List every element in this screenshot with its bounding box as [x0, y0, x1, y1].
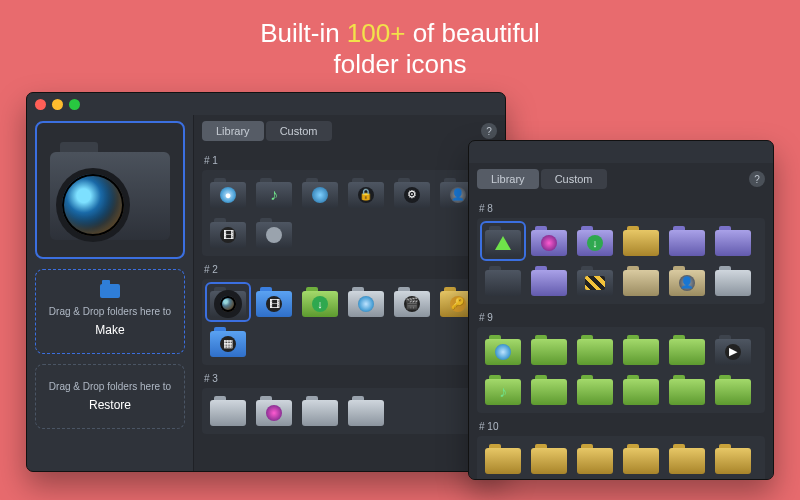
- tab-bar: Library Custom ?: [194, 115, 505, 147]
- icon-section: # 3: [202, 369, 497, 434]
- film-icon: 🎞: [266, 296, 282, 312]
- folder-icon-item[interactable]: [667, 442, 707, 476]
- folder-icon-item[interactable]: [575, 442, 615, 476]
- globe-icon: [312, 187, 328, 203]
- icon-section: # 9▶♪: [477, 308, 765, 413]
- section-header: # 1: [202, 151, 497, 170]
- icon-grid: [202, 388, 497, 434]
- icon-section: # 2🎞↓🎬🔑▦: [202, 260, 497, 365]
- folder-icon-item[interactable]: [483, 442, 523, 476]
- app-window-primary: Drag & Drop folders here to Make Drag & …: [26, 92, 506, 472]
- help-icon[interactable]: ?: [749, 171, 765, 187]
- headline-line2: folder icons: [334, 49, 467, 79]
- folder-icon-item[interactable]: [483, 264, 523, 298]
- close-icon[interactable]: [35, 99, 46, 110]
- tab-bar: Library Custom ?: [469, 163, 773, 195]
- app-window-secondary: Library Custom ? # 8↓👤# 9▶♪# 10: [468, 140, 774, 480]
- folder-icon-item[interactable]: [254, 394, 294, 428]
- icon-preview[interactable]: [35, 121, 185, 259]
- glow-icon: [266, 405, 282, 421]
- folder-icon: [100, 284, 120, 298]
- headline: Built-in 100+ of beautiful folder icons: [0, 18, 800, 80]
- folder-icon-item[interactable]: ⚙: [392, 176, 432, 210]
- folder-icon-item[interactable]: [713, 224, 753, 258]
- icon-grid: ●♪🔒⚙👤🎞: [202, 170, 497, 256]
- folder-icon-item[interactable]: [529, 264, 569, 298]
- folder-icon-item[interactable]: [529, 373, 569, 407]
- folder-icon-item[interactable]: [529, 442, 569, 476]
- folder-icon-item[interactable]: [713, 373, 753, 407]
- folder-icon-item[interactable]: ↓: [300, 285, 340, 319]
- folder-icon-item[interactable]: ▦: [208, 325, 248, 359]
- folder-icon-item[interactable]: [575, 264, 615, 298]
- glow-icon: [541, 235, 557, 251]
- icon-grid: 🎞↓🎬🔑▦: [202, 279, 497, 365]
- folder-icon-item[interactable]: 🎞: [208, 216, 248, 250]
- icon-scroll[interactable]: # 1●♪🔒⚙👤🎞# 2🎞↓🎬🔑▦# 3: [194, 147, 505, 471]
- section-header: # 10: [477, 417, 765, 436]
- folder-icon-item[interactable]: [529, 333, 569, 367]
- restore-dropzone[interactable]: Drag & Drop folders here to Restore: [35, 364, 185, 429]
- dl-icon: ↓: [312, 296, 328, 312]
- folder-icon-item[interactable]: ●: [208, 176, 248, 210]
- folder-icon-item[interactable]: [621, 264, 661, 298]
- icon-grid: [477, 436, 765, 479]
- folder-icon-item[interactable]: [621, 333, 661, 367]
- camera-folder-icon: [50, 140, 170, 240]
- folder-icon-item[interactable]: [621, 442, 661, 476]
- tab-custom[interactable]: Custom: [541, 169, 607, 189]
- folder-icon-item[interactable]: [208, 285, 248, 319]
- folder-icon-item[interactable]: ♪: [483, 373, 523, 407]
- user-icon: 👤: [450, 187, 466, 203]
- folder-icon-item[interactable]: [575, 333, 615, 367]
- section-header: # 8: [477, 199, 765, 218]
- section-header: # 3: [202, 369, 497, 388]
- tab-custom[interactable]: Custom: [266, 121, 332, 141]
- icon-section: # 10: [477, 417, 765, 479]
- disc-icon: [495, 344, 511, 360]
- drop-lead: Drag & Drop folders here to: [49, 381, 171, 392]
- library-panel: Library Custom ? # 1●♪🔒⚙👤🎞# 2🎞↓🎬🔑▦# 3: [193, 115, 505, 471]
- icon-scroll[interactable]: # 8↓👤# 9▶♪# 10: [469, 195, 773, 479]
- tab-library[interactable]: Library: [202, 121, 264, 141]
- folder-icon-item[interactable]: [713, 264, 753, 298]
- folder-icon-item[interactable]: [667, 373, 707, 407]
- folder-icon-item[interactable]: [667, 333, 707, 367]
- folder-icon-item[interactable]: 🎬: [392, 285, 432, 319]
- tab-library[interactable]: Library: [477, 169, 539, 189]
- folder-icon-item[interactable]: [208, 394, 248, 428]
- icon-section: # 1●♪🔒⚙👤🎞: [202, 151, 497, 256]
- zoom-icon[interactable]: [69, 99, 80, 110]
- drop-lead: Drag & Drop folders here to: [49, 306, 171, 317]
- folder-icon-item[interactable]: [575, 373, 615, 407]
- gear-icon: ⚙: [404, 187, 420, 203]
- make-dropzone[interactable]: Drag & Drop folders here to Make: [35, 269, 185, 354]
- folder-icon-item[interactable]: [621, 224, 661, 258]
- drop-make-label: Make: [42, 321, 178, 339]
- folder-icon-item[interactable]: 🔒: [346, 176, 386, 210]
- titlebar: [469, 141, 773, 163]
- folder-icon-item[interactable]: [300, 394, 340, 428]
- folder-icon-item[interactable]: 👤: [667, 264, 707, 298]
- folder-icon-item[interactable]: [667, 224, 707, 258]
- folder-icon-item[interactable]: [300, 176, 340, 210]
- folder-icon-item[interactable]: [529, 224, 569, 258]
- folder-icon-item[interactable]: 🎞: [254, 285, 294, 319]
- headline-post: of beautiful: [405, 18, 539, 48]
- folder-icon-item[interactable]: [346, 285, 386, 319]
- minimize-icon[interactable]: [52, 99, 63, 110]
- folder-icon-item[interactable]: ▶: [713, 333, 753, 367]
- film-icon: ▶: [725, 344, 741, 360]
- folder-icon-item[interactable]: [254, 216, 294, 250]
- folder-icon-item[interactable]: ↓: [575, 224, 615, 258]
- titlebar: [27, 93, 505, 115]
- help-icon[interactable]: ?: [481, 123, 497, 139]
- folder-icon-item[interactable]: [713, 442, 753, 476]
- tri-icon: [495, 236, 511, 250]
- icon-section: # 8↓👤: [477, 199, 765, 304]
- folder-icon-item[interactable]: [621, 373, 661, 407]
- folder-icon-item[interactable]: [483, 224, 523, 258]
- folder-icon-item[interactable]: ♪: [254, 176, 294, 210]
- folder-icon-item[interactable]: [346, 394, 386, 428]
- folder-icon-item[interactable]: [483, 333, 523, 367]
